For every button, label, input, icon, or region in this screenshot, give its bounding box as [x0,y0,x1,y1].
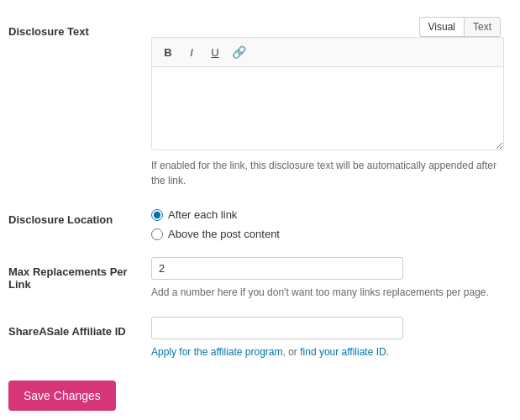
max-replacements-description: Add a number here if you don't want too … [151,285,512,300]
shareasale-row: ShareASale Affiliate ID Apply for the af… [0,308,520,368]
editor-container: Visual Text B I U 🔗 If enabled for the l… [151,17,504,188]
shareasale-description: Apply for the affiliate program, or find… [151,344,512,360]
settings-form: Disclosure Text Visual Text B I U 🔗 [0,8,520,368]
radio-above-post-label: Above the post content [168,228,280,240]
underline-button[interactable]: U [204,42,226,62]
save-changes-button[interactable]: Save Changes [8,381,116,411]
italic-button[interactable]: I [181,42,202,62]
shareasale-input[interactable] [151,317,403,339]
tab-text[interactable]: Text [464,17,501,37]
shareasale-label: ShareASale Affiliate ID [0,308,151,368]
disclosure-text-field: Visual Text B I U 🔗 If enabled for the l… [151,8,520,197]
disclosure-location-label: Disclosure Location [0,197,151,249]
link-button[interactable]: 🔗 [228,42,249,62]
shareasale-field: Apply for the affiliate program, or find… [151,308,520,368]
max-replacements-label: Max Replacements Per Link [0,249,151,308]
radio-after-link[interactable]: After each link [151,208,512,221]
disclosure-location-field: After each link Above the post content [151,197,520,249]
find-affiliate-id-link[interactable]: find your affiliate ID [300,346,386,358]
shareasale-desc-end: . [386,346,389,358]
disclosure-text-description: If enabled for the link, this disclosure… [151,158,504,188]
radio-after-link-label: After each link [168,208,237,221]
disclosure-text-row: Disclosure Text Visual Text B I U 🔗 [0,8,520,197]
radio-group: After each link Above the post content [151,208,512,240]
disclosure-location-row: Disclosure Location After each link Abov… [0,197,520,249]
radio-above-post[interactable]: Above the post content [151,228,512,240]
max-replacements-row: Max Replacements Per Link Add a number h… [0,249,520,308]
disclosure-text-input[interactable] [151,66,504,150]
max-replacements-field: Add a number here if you don't want too … [151,249,520,308]
shareasale-desc-middle: , or [283,346,301,358]
affiliate-program-link[interactable]: Apply for the affiliate program [151,346,283,358]
editor-toolbar: B I U 🔗 [151,37,504,66]
editor-wrapper: B I U 🔗 [151,37,504,153]
disclosure-text-label: Disclosure Text [0,8,151,197]
link-icon: 🔗 [232,45,246,59]
tab-visual[interactable]: Visual [419,17,464,37]
max-replacements-input[interactable] [151,257,403,280]
radio-after-link-input[interactable] [151,209,163,221]
editor-tabs: Visual Text [151,17,504,37]
radio-above-post-input[interactable] [151,228,163,240]
bold-button[interactable]: B [157,42,179,62]
